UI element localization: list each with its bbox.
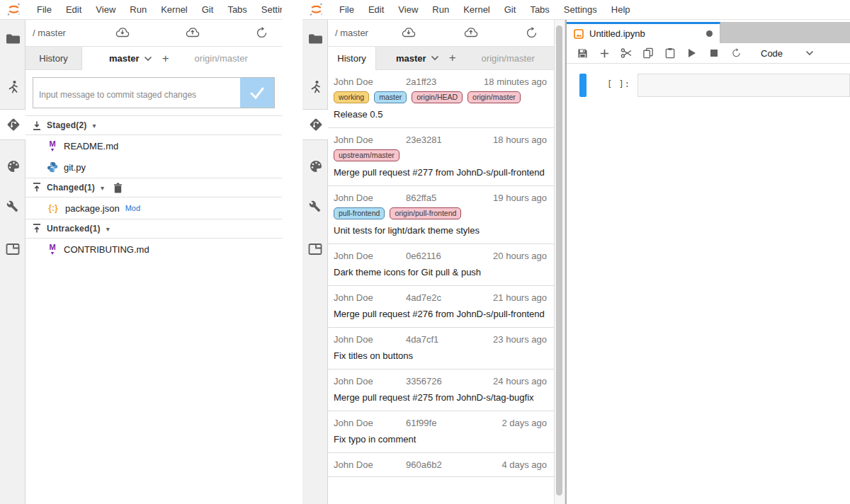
commit-entry[interactable]: John Doe 3356726 24 hours ago Merge pull… [328,370,554,411]
commit-entry[interactable]: John Doe 2a1ff23 18 minutes ago working … [328,70,554,128]
run-cell-button[interactable] [686,47,698,59]
git-push-button[interactable] [184,26,201,39]
sidebar-item-running[interactable] [0,71,26,102]
commit-entry[interactable]: John Doe 0e62116 20 hours ago Dark theme… [328,244,554,286]
new-branch-button[interactable]: + [162,52,169,66]
new-branch-button[interactable]: + [449,51,456,65]
menu-view[interactable]: View [391,4,425,15]
file-row-contributing[interactable]: M▼ CONTRIBUTING.md [26,239,282,260]
dirty-dot[interactable] [706,30,713,37]
caret-down-icon[interactable]: ▾ [92,122,96,130]
git-panel: / master History master + origin/master [26,20,282,504]
branch-tag: origin/HEAD [412,91,463,103]
commit-date: 20 hours ago [493,251,547,261]
file-row-gitpy[interactable]: git.py [26,156,282,178]
refresh-button[interactable] [525,25,538,40]
sidebar-item-files[interactable] [0,23,26,54]
refresh-button[interactable] [255,25,268,40]
file-row-packagejson[interactable]: {:} package.json Mod [26,197,282,219]
code-cell[interactable]: [ ]: [567,74,850,97]
sidebar-item-inspector[interactable] [302,191,328,222]
menu-help[interactable]: Help [604,4,638,15]
sidebar-item-commands[interactable] [0,150,26,181]
chevron-down-icon[interactable] [805,50,814,56]
chevron-down-icon[interactable] [431,55,439,61]
caret-down-icon[interactable]: ▾ [106,225,110,233]
sidebar-item-tabs[interactable] [0,234,26,265]
commit-entry[interactable]: John Doe 862ffa5 19 hours ago pull-front… [328,186,554,244]
menu-file[interactable]: File [332,4,361,15]
sidebar-item-commands[interactable] [302,150,328,181]
cell-type-select[interactable]: Code [761,48,783,59]
markdown-icon: M▼ [47,244,58,255]
menu-kernel[interactable]: Kernel [154,4,195,15]
save-button[interactable] [577,47,588,59]
menu-tabs[interactable]: Tabs [220,4,254,15]
staged-section-header[interactable]: Staged(2) ▾ [26,115,282,135]
commit-message-input[interactable] [33,78,240,108]
notebook-tab[interactable]: Untitled.ipynb [567,22,720,43]
commit-hash: 4da7cf1 [406,334,493,345]
repo-path: / master [33,28,66,38]
check-icon [249,86,265,100]
tab-branch[interactable]: master + origin/master [376,47,554,70]
trash-icon[interactable] [113,182,123,194]
sidebar-item-inspector[interactable] [0,191,26,222]
jupyter-logo [309,2,324,17]
changed-section-header[interactable]: Changed(1) ▾ [26,178,282,197]
commit-entry[interactable]: John Doe 4ad7e2c 21 hours ago Merge pull… [328,286,554,328]
commit-hash: 61f99fe [406,418,502,428]
caret-down-icon[interactable]: ▾ [101,184,104,192]
file-row-readme[interactable]: M▼ README.md [26,135,282,156]
commit-button[interactable] [240,78,274,108]
sidebar-item-git[interactable] [302,109,329,140]
add-cell-button[interactable] [599,47,610,59]
menu-run[interactable]: Run [425,4,456,15]
tab-history[interactable]: History [328,47,376,70]
sidebar-item-files[interactable] [302,23,328,54]
chevron-down-icon[interactable] [144,56,152,62]
menu-kernel[interactable]: Kernel [456,4,497,15]
menu-edit[interactable]: Edit [361,4,391,15]
sidebar-item-git[interactable] [0,109,26,140]
menu-edit[interactable]: Edit [59,4,89,15]
commit-message: Merge pull request #276 from JohnD-s/pul… [334,307,547,321]
tab-history-label: History [39,53,67,64]
cut-cell-button[interactable] [620,47,632,59]
history-scrollbar[interactable] [554,20,565,504]
cell-collapser[interactable] [579,74,586,97]
branch-name[interactable]: master [109,53,140,64]
sidebar-item-tabs[interactable] [302,234,328,265]
paste-cell-button[interactable] [664,47,676,59]
tab-branch[interactable]: master + origin/master [82,47,282,70]
commit-entry[interactable]: John Doe 23e3281 18 hours ago upstream/m… [328,128,554,186]
cell-editor[interactable] [638,74,850,97]
menu-file[interactable]: File [30,4,59,15]
sidebar-item-running[interactable] [302,71,328,102]
commit-entry[interactable]: John Doe 4da7cf1 23 hours ago Fix titles… [328,328,554,370]
menu-run[interactable]: Run [123,4,154,15]
untracked-section-header[interactable]: Untracked(1) ▾ [26,219,282,239]
menu-view[interactable]: View [89,4,123,15]
menu-tabs[interactable]: Tabs [523,4,556,15]
git-pull-button[interactable] [114,26,131,39]
stop-kernel-button[interactable] [708,47,720,59]
tab-history[interactable]: History [26,47,82,70]
branch-tag: master [374,91,407,103]
menu-settings[interactable]: Settings [557,4,604,15]
menu-settings[interactable]: Settings [254,4,282,15]
git-push-button[interactable] [463,26,480,39]
commit-entry[interactable]: John Doe 960a6b2 4 days ago [328,453,554,477]
restart-kernel-button[interactable] [730,47,742,59]
git-panel: / master History master + origin/master … [328,20,554,504]
commit-hash: 960a6b2 [406,459,502,470]
cloud-pull-icon [114,26,131,39]
copy-cell-button[interactable] [642,47,654,59]
menu-git[interactable]: Git [497,4,523,15]
restart-icon [731,47,742,59]
menu-git[interactable]: Git [195,4,221,15]
branch-name[interactable]: master [396,53,426,64]
scrollbar-thumb[interactable] [556,25,562,496]
git-pull-button[interactable] [400,26,417,39]
commit-entry[interactable]: John Doe 61f99fe 2 days ago Fix typo in … [328,411,554,453]
